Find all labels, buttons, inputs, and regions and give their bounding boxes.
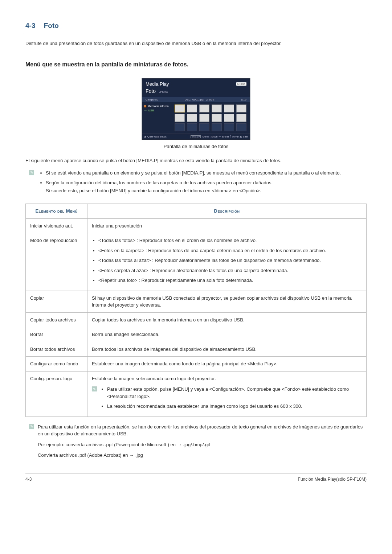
cell-label: Config. person. logo [26,371,87,416]
th-elemento: Elemento del Menú [26,204,87,219]
cell-label: Modo de reproducción [26,233,87,291]
mp-thumb [224,104,234,112]
mp-thumb [175,104,185,112]
mp-thumb [187,104,197,112]
mp-status-loading: Cargando [146,98,158,101]
subheading: Menú que se muestra en la pantalla de mi… [25,61,367,68]
note-icon: ✎ [29,170,34,175]
mp-sidebar-usb: ⇢ USB [144,109,170,112]
table-row: Borrar todos archivos Borra todos los ar… [26,342,367,357]
bullet-icon [144,105,146,107]
cell-desc: Establece la imagen seleccionada como lo… [87,371,367,416]
note1-bullet2: Según la configuración del idioma, los n… [46,179,341,194]
cell-desc: Copiar todos los archivos en la memoria … [87,312,367,327]
section-number: 4-3 [25,22,35,29]
mp-footer-left: ⏏ Quite USB segur. [144,135,167,138]
post-note-p1: Para utilizar esta función en la present… [38,423,367,438]
note-block-1: ✎ Si se está viendo una pantalla o un el… [29,169,367,197]
mp-thumb-empty [199,123,209,131]
mp-thumb-empty [224,123,234,131]
mp-usb-label: USB [148,109,154,112]
cell-label: Iniciar visionado aut. [26,218,87,233]
mp-thumb-empty [175,123,185,131]
list-item: <Fotos carpeta al azar> : Reproducir ale… [98,267,362,274]
mp-path: /Photo [159,90,168,94]
footer-right: Función Media Play(sólo SP-F10M) [298,477,367,482]
mp-internal-label: Memoria interna [148,104,169,108]
mp-title: Media Play [146,81,169,87]
mp-status-file: DSC_0001.jpg - 2.9MB [185,98,215,101]
mp-thumb-empty [187,123,197,131]
post-note-block: ✎ Para utilizar esta función en la prese… [29,423,367,463]
media-play-screenshot: Media Play MEDIA Foto /Photo Cargando DS… [142,78,250,140]
mp-footer-right: Media.P Menú ↕ Mover ↵ Entrar ⤴ Volver ⏏… [191,135,248,138]
mp-thumb [212,114,222,122]
mp-thumb-empty [212,123,222,131]
mp-subtitle: Foto [146,88,156,94]
note1-bullet1: Si se está viendo una pantalla o un elem… [46,169,341,177]
section-title: Foto [44,22,59,29]
list-item: La resolución recomendada para establece… [107,403,362,410]
cell-label: Configurar como fondo [26,357,87,372]
cell-label: Borrar [26,327,87,342]
list-item: <Repetir una foto> : Reproducir repetida… [98,277,362,284]
figure-wrapper: Media Play MEDIA Foto /Photo Cargando DS… [25,78,367,149]
cell-desc: Establecer una imagen determinada como f… [87,357,367,372]
page-footer: 4-3 Función Media Play(sólo SP-F10M) [25,473,367,482]
table-row: Modo de reproducción <Todas las fotos> :… [26,233,367,291]
mp-thumb [236,114,246,122]
list-item: Para utilizar esta opción, pulse [MENU] … [107,386,362,400]
table-row: Config. person. logo Establece la imagen… [26,371,367,416]
list-item: <Fotos en la carpeta> : Reproducir fotos… [98,247,362,254]
cell-desc: Si hay un dispositivo de memoria USB con… [87,291,367,312]
list-item: <Todas las fotos> : Reproducir fotos en … [98,237,362,244]
cell-label: Copiar [26,291,87,312]
mp-sidebar-internal: Memoria interna [144,104,170,108]
section-heading: 4-3 Foto [25,22,367,32]
menu-table: Elemento del Menú Descripción Iniciar vi… [25,204,367,417]
table-row: Copiar Si hay un dispositivo de memoria … [26,291,367,312]
table-row: Copiar todos archivos Copiar todos los a… [26,312,367,327]
mp-thumb [199,104,209,112]
table-row: Iniciar visionado aut. Iniciar una prese… [26,218,367,233]
mp-thumb [236,104,246,112]
cell-label: Borrar todos archivos [26,342,87,357]
post-note-p3: Convierta archivos .pdf (Adobe Acrobat) … [38,452,367,459]
mp-thumb [224,114,234,122]
figure-caption: Pantalla de miniaturas de fotos [164,144,229,149]
mp-thumb-empty [236,123,246,131]
table-row: Configurar como fondo Establecer una ima… [26,357,367,372]
mp-thumb [199,114,209,122]
cell-label: Copiar todos archivos [26,312,87,327]
note-icon: ✎ [92,386,97,391]
mp-status-count: 1/16 [241,98,246,101]
th-descripcion: Descripción [87,204,367,219]
table-row: Borrar Borra una imagen seleccionada. [26,327,367,342]
usb-icon: ⇢ [144,109,147,112]
mp-thumb [212,104,222,112]
mp-logo: MEDIA [236,82,246,86]
footer-left: 4-3 [25,477,32,482]
list-item: <Todas las fotos al azar> : Reproducir a… [98,257,362,264]
mp-mediap-chip: Media.P [191,135,201,138]
cell-desc: Borra una imagen seleccionada. [87,327,367,342]
intro-paragraph: Disfrute de una presentación de fotos gu… [25,40,367,47]
note-icon: ✎ [29,424,34,429]
cell-desc: Iniciar una presentación [87,218,367,233]
cell-desc: <Todas las fotos> : Reproducir fotos en … [87,233,367,291]
post-note-p2: Por ejemplo: convierta archivos .ppt (Po… [38,441,367,448]
mp-thumb [175,114,185,122]
cell-desc: Borra todos los archivos de imágenes del… [87,342,367,357]
mp-thumbnail-grid [172,102,250,134]
mp-footer-hints: Menú ↕ Mover ↵ Entrar ⤴ Volver ⏏ Salir [202,135,248,138]
mp-thumb [187,114,197,122]
after-figure-text: El siguiente menú aparece cuando se puls… [25,157,367,164]
